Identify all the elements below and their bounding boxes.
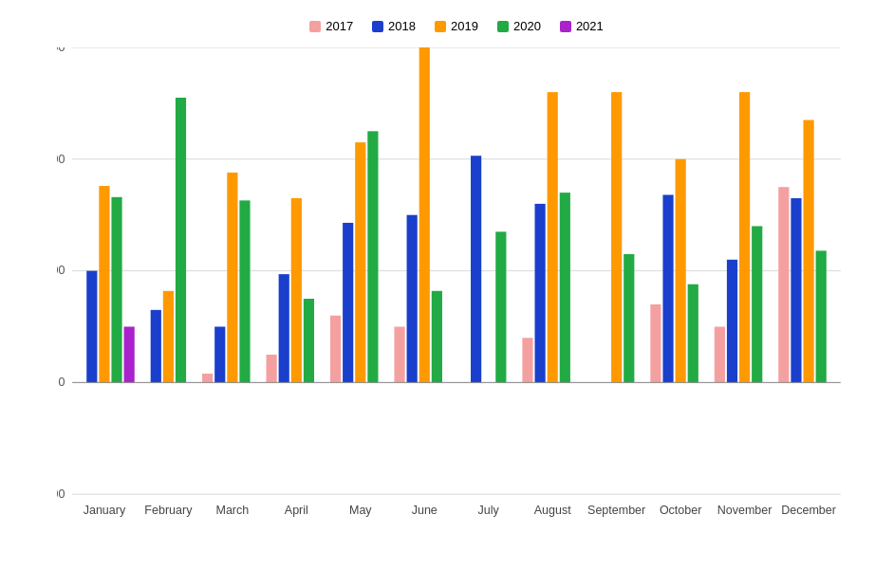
bar-2019-november — [739, 92, 750, 382]
bar-2018-june — [407, 215, 418, 383]
bar-2019-february — [163, 291, 174, 383]
chart-legend: 2017 2018 2019 2020 2021 — [57, 19, 856, 33]
svg-text:July: July — [478, 504, 500, 517]
bar-2018-march — [214, 326, 225, 382]
chart-container: 2017 2018 2019 2020 2021 -1000100200300J… — [0, 0, 875, 588]
svg-text:June: June — [412, 504, 438, 517]
bar-2018-may — [343, 223, 353, 382]
svg-text:March: March — [215, 504, 249, 517]
legend-color-2020 — [497, 21, 509, 32]
bar-2017-october — [650, 304, 661, 382]
svg-text:September: September — [587, 504, 645, 517]
bar-2018-november — [727, 260, 737, 383]
bar-2020-may — [367, 131, 378, 382]
bar-2019-may — [355, 142, 365, 382]
bar-2020-april — [304, 299, 314, 382]
bar-2020-june — [432, 291, 442, 383]
bar-2018-july — [471, 156, 481, 382]
bar-2020-march — [239, 200, 250, 382]
legend-label-2020: 2020 — [513, 19, 541, 33]
svg-text:November: November — [717, 504, 773, 517]
bar-2020-december — [816, 250, 827, 382]
bar-2018-december — [791, 198, 801, 382]
bar-2019-january — [99, 186, 109, 382]
legend-color-2018 — [372, 21, 383, 32]
bar-2018-january — [86, 271, 97, 383]
svg-text:October: October — [660, 504, 701, 517]
bar-2017-december — [778, 187, 789, 382]
svg-text:May: May — [349, 504, 372, 517]
bar-2018-august — [535, 204, 546, 382]
legend-label-2017: 2017 — [326, 19, 353, 33]
bar-2018-february — [151, 310, 161, 383]
bar-2019-june — [419, 47, 430, 382]
legend-color-2019 — [435, 21, 446, 32]
bar-2021-january — [124, 326, 135, 382]
bar-2017-march — [202, 374, 213, 382]
legend-color-2017 — [309, 21, 321, 32]
bar-2020-november — [752, 226, 762, 382]
legend-item-2020: 2020 — [497, 19, 541, 33]
bar-2017-november — [715, 326, 725, 382]
legend-item-2021: 2021 — [560, 19, 604, 33]
bar-2020-february — [176, 98, 186, 382]
svg-text:January: January — [84, 504, 126, 517]
svg-text:February: February — [144, 504, 193, 517]
svg-text:-100: -100 — [57, 487, 65, 501]
bar-2020-august — [560, 193, 570, 382]
bar-2020-october — [688, 285, 698, 383]
legend-item-2017: 2017 — [309, 19, 353, 33]
svg-text:0: 0 — [59, 376, 65, 389]
legend-label-2019: 2019 — [451, 19, 478, 33]
svg-text:August: August — [534, 504, 571, 517]
svg-text:300: 300 — [57, 47, 65, 54]
bar-2019-april — [291, 198, 302, 382]
bar-2017-april — [267, 355, 277, 382]
bar-2017-august — [522, 338, 532, 382]
legend-item-2018: 2018 — [372, 19, 416, 33]
bar-2017-june — [394, 326, 404, 382]
bar-2019-september — [611, 92, 622, 382]
svg-text:December: December — [781, 504, 836, 517]
bar-2020-july — [495, 231, 506, 382]
legend-label-2021: 2021 — [576, 19, 604, 33]
legend-label-2018: 2018 — [388, 19, 416, 33]
bar-2019-october — [676, 159, 686, 383]
bar-2020-january — [111, 197, 121, 383]
bar-2019-march — [227, 173, 237, 382]
svg-text:200: 200 — [57, 153, 65, 166]
bar-2019-august — [548, 92, 558, 382]
bar-2020-september — [624, 254, 634, 382]
svg-text:100: 100 — [57, 264, 65, 277]
bar-2018-october — [662, 194, 673, 382]
svg-text:April: April — [285, 504, 308, 517]
bar-2019-december — [803, 120, 813, 383]
legend-item-2019: 2019 — [435, 19, 478, 33]
bar-2018-april — [279, 274, 289, 382]
chart-area: -1000100200300JanuaryFebruaryMarchAprilM… — [57, 47, 856, 522]
bar-chart-svg: -1000100200300JanuaryFebruaryMarchAprilM… — [57, 47, 856, 522]
legend-color-2021 — [560, 21, 571, 32]
bar-2017-may — [330, 316, 341, 383]
